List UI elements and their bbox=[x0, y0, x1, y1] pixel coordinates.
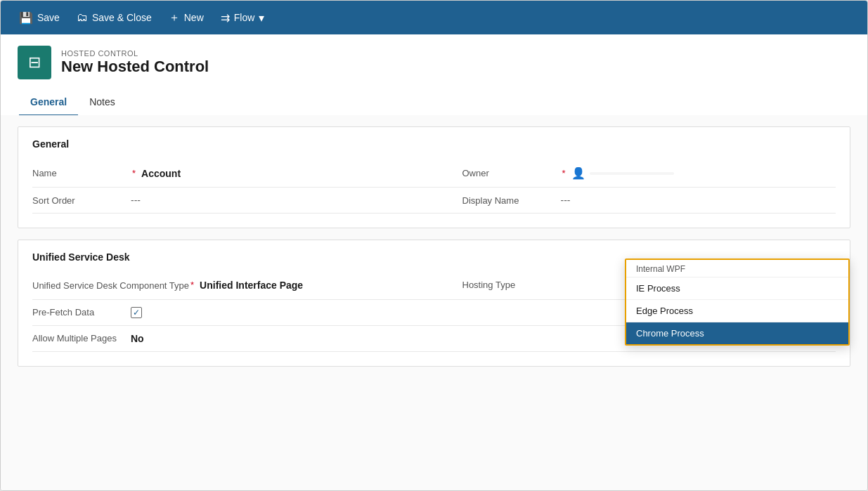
tab-general[interactable]: General bbox=[19, 89, 78, 116]
entity-info: HOSTED CONTROL New Hosted Control bbox=[61, 49, 209, 76]
component-type-cell: Unified Service Desk Component Type * Un… bbox=[32, 273, 434, 300]
sort-order-label: Sort Order bbox=[32, 195, 131, 206]
hosting-type-cell: Hosting Type Internal WPF IE Process Edg… bbox=[434, 273, 836, 300]
entity-header: ⊟ HOSTED CONTROL New Hosted Control bbox=[18, 46, 850, 79]
general-section-title: General bbox=[32, 138, 836, 150]
display-name-value: --- bbox=[561, 195, 836, 206]
save-close-icon: 🗂 bbox=[77, 11, 88, 24]
owner-label: Owner bbox=[462, 168, 561, 178]
sort-order-value: --- bbox=[131, 195, 406, 206]
dropdown-item-ie-process[interactable]: IE Process bbox=[626, 277, 848, 300]
display-name-field-cell: Display Name --- bbox=[434, 188, 836, 214]
new-button[interactable]: ＋ New bbox=[162, 6, 211, 30]
name-label: Name bbox=[32, 168, 131, 178]
main-content: General Name * Account Owner * 👤 bbox=[1, 115, 867, 490]
component-type-required-star: * bbox=[190, 280, 194, 290]
allow-multiple-value: No bbox=[131, 333, 406, 344]
flow-button[interactable]: ⇉ Flow ▾ bbox=[214, 7, 272, 29]
page-header: ⊟ HOSTED CONTROL New Hosted Control Gene… bbox=[1, 34, 867, 115]
owner-required-star: * bbox=[562, 168, 566, 178]
prefetch-checkbox[interactable]: ✓ bbox=[131, 307, 142, 318]
entity-type-label: HOSTED CONTROL bbox=[61, 49, 209, 58]
chevron-down-icon: ▾ bbox=[259, 11, 264, 25]
entity-icon-symbol: ⊟ bbox=[28, 53, 41, 72]
prefetch-label: Pre-Fetch Data bbox=[32, 307, 131, 317]
dropdown-item-chrome-process[interactable]: Chrome Process bbox=[626, 322, 848, 344]
name-value: Account bbox=[141, 168, 406, 179]
hosting-type-label: Hosting Type bbox=[462, 280, 561, 290]
usd-section-card: Unified Service Desk Unified Service Des… bbox=[18, 240, 850, 367]
sort-order-field-cell: Sort Order --- bbox=[32, 188, 434, 214]
tab-notes[interactable]: Notes bbox=[78, 89, 127, 116]
person-icon: 👤 bbox=[571, 166, 585, 180]
owner-value bbox=[590, 172, 674, 175]
dropdown-item-internal-wpf-partial[interactable]: Internal WPF bbox=[626, 260, 848, 277]
dropdown-item-edge-process[interactable]: Edge Process bbox=[626, 300, 848, 322]
flow-icon: ⇉ bbox=[221, 11, 230, 25]
entity-icon: ⊟ bbox=[18, 46, 51, 79]
owner-field-cell: Owner * 👤 bbox=[434, 159, 836, 188]
component-type-value: Unified Interface Page bbox=[200, 280, 406, 291]
usd-form-grid: Unified Service Desk Component Type * Un… bbox=[32, 273, 836, 352]
name-required-star: * bbox=[132, 168, 136, 178]
save-close-button[interactable]: 🗂 Save & Close bbox=[70, 7, 159, 28]
name-field-cell: Name * Account bbox=[32, 159, 434, 188]
hosting-type-dropdown[interactable]: Internal WPF IE Process Edge Process Chr… bbox=[625, 258, 850, 346]
app-window: 💾 Save 🗂 Save & Close ＋ New ⇉ Flow ▾ ⊟ H… bbox=[0, 0, 868, 491]
prefetch-cell: Pre-Fetch Data ✓ bbox=[32, 300, 434, 326]
general-section-card: General Name * Account Owner * 👤 bbox=[18, 126, 850, 228]
allow-multiple-label: Allow Multiple Pages bbox=[32, 333, 131, 343]
save-button[interactable]: 💾 Save bbox=[12, 7, 67, 29]
component-type-label: Unified Service Desk Component Type bbox=[32, 280, 189, 292]
toolbar: 💾 Save 🗂 Save & Close ＋ New ⇉ Flow ▾ bbox=[1, 1, 867, 34]
owner-container: 👤 bbox=[571, 166, 674, 180]
display-name-label: Display Name bbox=[462, 195, 561, 206]
entity-title: New Hosted Control bbox=[61, 58, 209, 76]
tabs-bar: General Notes bbox=[18, 89, 850, 115]
general-form-grid: Name * Account Owner * 👤 Sort Order --- bbox=[32, 159, 836, 214]
plus-icon: ＋ bbox=[169, 11, 180, 25]
save-icon: 💾 bbox=[19, 11, 33, 25]
allow-multiple-cell: Allow Multiple Pages No bbox=[32, 326, 434, 352]
